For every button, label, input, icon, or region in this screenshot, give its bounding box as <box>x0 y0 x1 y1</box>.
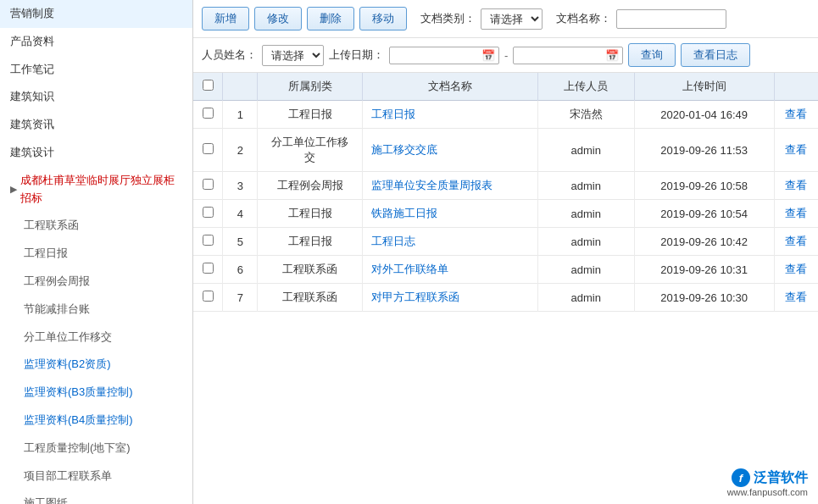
docname-link-6[interactable]: 对甲方工程联系函 <box>371 291 459 303</box>
date-to-input[interactable] <box>517 49 602 62</box>
row-checkbox-6[interactable] <box>203 291 214 302</box>
add-button[interactable]: 新增 <box>202 7 249 30</box>
row-checkbox-2[interactable] <box>203 179 214 190</box>
row-checkbox-0[interactable] <box>203 108 214 119</box>
sidebar-label-11: 分工单位工作移交 <box>24 329 112 346</box>
row-docname-2[interactable]: 监理单位安全质量周报表 <box>363 172 538 200</box>
docname-link-1[interactable]: 施工移交交底 <box>371 143 437 156</box>
sidebar-item-0[interactable]: 营销制度 <box>0 0 192 28</box>
row-num-3: 4 <box>223 200 258 228</box>
sidebar-label-9: 工程例会周报 <box>24 273 90 291</box>
sidebar-item-15[interactable]: 工程质量控制(地下室) <box>0 435 192 462</box>
sidebar-scroll[interactable]: 营销制度产品资料工作笔记建筑知识建筑资讯建筑设计▶成都杜甫草堂临时展厅独立展柜招… <box>0 0 192 504</box>
date-to-wrap: 📅 <box>513 47 623 64</box>
row-checkbox-cell-2 <box>193 172 223 200</box>
row-checkbox-1[interactable] <box>203 143 214 154</box>
view-link-2[interactable]: 查看 <box>785 179 807 191</box>
docname-link-5[interactable]: 对外工作联络单 <box>371 263 448 275</box>
docname-link-3[interactable]: 铁路施工日报 <box>371 207 437 219</box>
row-docname-5[interactable]: 对外工作联络单 <box>363 256 538 284</box>
row-category-0: 工程日报 <box>258 101 363 129</box>
view-link-1[interactable]: 查看 <box>785 143 807 156</box>
sidebar-label-16: 项目部工程联系单 <box>24 468 112 485</box>
row-docname-3[interactable]: 铁路施工日报 <box>363 200 538 228</box>
delete-button[interactable]: 删除 <box>307 7 354 30</box>
row-docname-1[interactable]: 施工移交交底 <box>363 129 538 172</box>
row-action-6[interactable]: 查看 <box>774 284 818 312</box>
sidebar-item-8[interactable]: 工程日报 <box>0 240 192 268</box>
sidebar-item-3[interactable]: 建筑知识 <box>0 83 192 111</box>
row-action-3[interactable]: 查看 <box>774 200 818 228</box>
sidebar-item-4[interactable]: 建筑资讯 <box>0 111 192 139</box>
row-docname-4[interactable]: 工程日志 <box>363 228 538 256</box>
docname-link-4[interactable]: 工程日志 <box>371 235 415 247</box>
docname-link-0[interactable]: 工程日报 <box>371 108 415 120</box>
row-checkbox-3[interactable] <box>203 207 214 218</box>
docname-link-2[interactable]: 监理单位安全质量周报表 <box>371 179 492 191</box>
row-num-1: 2 <box>223 129 258 172</box>
row-checkbox-5[interactable] <box>203 263 214 274</box>
sidebar-item-10[interactable]: 节能减排台账 <box>0 296 192 324</box>
row-action-4[interactable]: 查看 <box>774 228 818 256</box>
sidebar-item-16[interactable]: 项目部工程联系单 <box>0 462 192 490</box>
doc-type-select[interactable]: 请选择 <box>481 8 543 30</box>
sidebar-item-6[interactable]: ▶成都杜甫草堂临时展厅独立展柜招标 <box>0 167 192 213</box>
row-category-6: 工程联系函 <box>258 284 363 312</box>
row-checkbox-cell-1 <box>193 129 223 172</box>
row-docname-6[interactable]: 对甲方工程联系函 <box>363 284 538 312</box>
row-category-2: 工程例会周报 <box>258 172 363 200</box>
view-link-4[interactable]: 查看 <box>785 235 807 247</box>
sidebar-label-12: 监理资料(B2资质) <box>24 356 111 374</box>
sidebar-label-2: 工作笔记 <box>10 61 54 79</box>
header-checkbox <box>193 73 223 101</box>
view-link-5[interactable]: 查看 <box>785 263 807 275</box>
sidebar-item-1[interactable]: 产品资料 <box>0 28 192 56</box>
row-time-3: 2019-09-26 10:54 <box>634 200 774 228</box>
brand-url: www.fanpusoft.com <box>727 487 808 497</box>
row-checkbox-cell-4 <box>193 228 223 256</box>
filter-row: 人员姓名： 请选择 上传日期： 📅 - 📅 查询 查看日志 <box>193 38 818 73</box>
select-all-checkbox[interactable] <box>203 80 214 91</box>
sidebar-item-11[interactable]: 分工单位工作移交 <box>0 324 192 352</box>
sidebar-item-17[interactable]: 施工图纸 <box>0 490 192 504</box>
log-button[interactable]: 查看日志 <box>681 43 750 67</box>
row-action-1[interactable]: 查看 <box>774 129 818 172</box>
sidebar: 营销制度产品资料工作笔记建筑知识建筑资讯建筑设计▶成都杜甫草堂临时展厅独立展柜招… <box>0 0 193 504</box>
doc-name-input[interactable] <box>616 9 726 29</box>
view-link-6[interactable]: 查看 <box>785 291 807 303</box>
view-link-3[interactable]: 查看 <box>785 207 807 219</box>
sidebar-item-7[interactable]: 工程联系函 <box>0 212 192 240</box>
sidebar-item-5[interactable]: 建筑设计 <box>0 139 192 167</box>
move-button[interactable]: 移动 <box>359 7 407 30</box>
row-num-4: 5 <box>223 228 258 256</box>
calendar-to-icon[interactable]: 📅 <box>605 49 619 62</box>
row-action-0[interactable]: 查看 <box>774 101 818 129</box>
row-docname-0[interactable]: 工程日报 <box>363 101 538 129</box>
table-row: 5工程日报工程日志admin2019-09-26 10:42查看 <box>193 228 818 256</box>
sidebar-label-7: 工程联系函 <box>24 217 79 235</box>
sidebar-item-14[interactable]: 监理资料(B4质量控制) <box>0 407 192 435</box>
row-uploader-6: admin <box>537 284 634 312</box>
date-dash: - <box>504 49 508 62</box>
person-select[interactable]: 请选择 <box>262 45 324 66</box>
sidebar-item-9[interactable]: 工程例会周报 <box>0 268 192 296</box>
date-from-input[interactable] <box>393 49 478 62</box>
sidebar-item-13[interactable]: 监理资料(B3质量控制) <box>0 379 192 407</box>
sidebar-item-2[interactable]: 工作笔记 <box>0 56 192 84</box>
row-uploader-1: admin <box>537 129 634 172</box>
row-action-5[interactable]: 查看 <box>774 256 818 284</box>
query-button[interactable]: 查询 <box>628 43 676 67</box>
table-wrap[interactable]: 所属别类 文档名称 上传人员 上传时间 1工程日报工程日报宋浩然2020-01-… <box>193 73 818 504</box>
expand-icon-6: ▶ <box>10 182 17 197</box>
calendar-from-icon[interactable]: 📅 <box>481 49 495 62</box>
footer-brand: f 泛普软件 www.fanpusoft.com <box>727 468 808 497</box>
table-row: 2分工单位工作移交施工移交交底admin2019-09-26 11:53查看 <box>193 129 818 172</box>
edit-button[interactable]: 修改 <box>254 7 302 30</box>
table-row: 3工程例会周报监理单位安全质量周报表admin2019-09-26 10:58查… <box>193 172 818 200</box>
row-checkbox-4[interactable] <box>203 235 214 246</box>
row-action-2[interactable]: 查看 <box>774 172 818 200</box>
sidebar-item-12[interactable]: 监理资料(B2资质) <box>0 351 192 379</box>
upload-date-label: 上传日期： <box>329 47 384 63</box>
view-link-0[interactable]: 查看 <box>785 108 807 120</box>
row-category-4: 工程日报 <box>258 228 363 256</box>
